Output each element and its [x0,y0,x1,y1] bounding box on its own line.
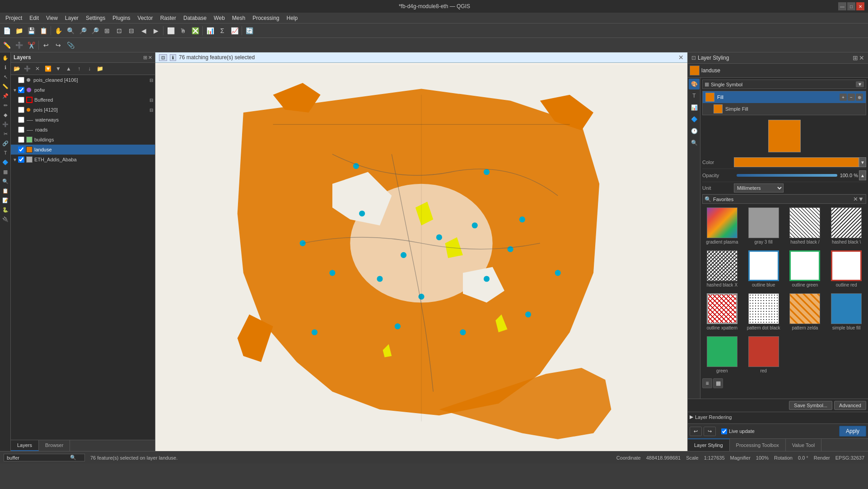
tb-zoom-selection[interactable]: ⊟ [126,25,137,37]
layer-item-pofw[interactable]: ▼ pofw [11,85,155,95]
sym-cell-outline-red[interactable]: outline red [826,249,866,290]
tb-zoom-layer[interactable]: ⊡ [113,25,125,37]
tb-refresh[interactable]: 🔄 [243,25,255,37]
tool-add[interactable]: ➕ [1,120,10,129]
tool-raster[interactable]: ▦ [1,167,10,176]
redo-style-btn[interactable]: ↪ [704,427,716,436]
tool-geom[interactable]: 🔷 [1,158,10,167]
layer-visibility-waterways[interactable] [18,117,24,123]
sym-row-simple-fill[interactable]: Simple Fill [703,103,866,115]
tool-pan[interactable]: ✋ [1,53,10,62]
layer-styling-close[interactable]: ✕ [859,54,864,61]
tb-save[interactable]: 💾 [25,25,37,37]
menu-database[interactable]: Database [180,14,210,22]
sym-cell-gradient-plasma[interactable]: gradient plasma [702,206,742,247]
tb-paste[interactable]: 📎 [65,39,76,51]
tb-undo[interactable]: ↩ [40,39,52,51]
status-search-input[interactable] [7,455,70,461]
lt-add-layer[interactable]: ➕ [22,64,32,74]
sym-cell-pattern-zelda[interactable]: pattern zelda [785,292,825,333]
layer-rendering-header[interactable]: ▶ Layer Rendering [690,414,866,420]
menu-help[interactable]: Help [283,14,302,22]
menu-web[interactable]: Web [210,14,228,22]
tb-edit-toggle[interactable]: ✏️ [1,39,13,51]
si-history[interactable]: 🕐 [689,126,700,136]
menu-plugins[interactable]: Plugins [109,14,134,22]
tool-del[interactable]: ✂ [1,129,10,138]
map-info-btn[interactable]: ℹ [170,54,176,61]
favorites-clear-btn[interactable]: ✕ [853,196,858,202]
lt-move-down[interactable]: ↓ [84,64,94,74]
tb-digitize[interactable]: ➕ [13,39,25,51]
opacity-spinbox-up[interactable]: ▲ [859,170,866,180]
menu-vector[interactable]: Vector [134,14,157,22]
layer-options-pois-cleaned[interactable]: ⊟ [149,78,153,83]
sym-cell-simple-blue[interactable]: simple blue fill [826,292,866,333]
menu-edit[interactable]: Edit [26,14,42,22]
si-3d[interactable]: 🔷 [689,114,700,125]
tb-zoom-in[interactable]: 🔎 [77,25,89,37]
lt-remove-layer[interactable]: ✕ [33,64,42,74]
tb-statistics[interactable]: 📈 [229,25,240,37]
menu-project[interactable]: Project [2,14,26,22]
si-diagram[interactable]: 📊 [689,102,700,113]
lt-move-up[interactable]: ↑ [74,64,84,74]
apply-button[interactable]: Apply [839,426,866,437]
tool-select[interactable]: ↖ [1,72,10,81]
sym-cell-hashed-fwd[interactable]: hashed black / [785,206,825,247]
tab-layer-styling[interactable]: Layer Styling [688,438,730,451]
sym-remove-btn[interactable]: − [848,94,855,101]
layers-panel-undock[interactable]: ⊞ [143,55,147,61]
layers-tab-layers[interactable]: Layers [11,440,39,451]
favorites-search-input[interactable] [713,197,853,202]
map-canvas[interactable] [155,65,687,451]
tb-pan[interactable]: ✋ [52,25,64,37]
close-button[interactable]: ✕ [856,2,864,10]
layer-visibility-buildings[interactable] [18,136,24,143]
layer-item-pois-cleaned[interactable]: pois_cleaned [4106] ⊟ [11,75,155,85]
layer-visibility-pois-cleaned[interactable] [18,77,24,83]
tool-label[interactable]: T [1,148,10,157]
sym-cell-hashed-x[interactable]: hashed black X [702,249,742,290]
sym-cell-outline-green[interactable]: outline green [785,249,825,290]
tool-python[interactable]: 🐍 [1,205,10,214]
tool-form[interactable]: 📝 [1,196,10,205]
sym-row-fill[interactable]: Fill + − ⊕ [703,91,866,103]
menu-processing[interactable]: Processing [249,14,283,22]
sym-cell-red[interactable]: red [744,334,784,376]
favorites-dropdown-btn[interactable]: ▼ [858,196,864,202]
undo-style-btn[interactable]: ↩ [690,427,702,436]
layer-item-buffered[interactable]: Buffered ⊟ [11,95,155,105]
sym-cell-green[interactable]: green [702,334,742,376]
si-label[interactable]: T [689,90,700,101]
layer-item-eth[interactable]: ▼ ETH_Addis_Ababa [11,155,155,165]
tb-open[interactable]: 📁 [13,25,25,37]
tb-deselect[interactable]: ❎ [189,25,201,37]
sym-cell-outline-blue[interactable]: outline blue [744,249,784,290]
tb-zoom-fwd[interactable]: ▶ [150,25,162,37]
tb-edit2[interactable]: ✂️ [25,39,37,51]
menu-raster[interactable]: Raster [157,14,180,22]
layer-options-buffered[interactable]: ⊟ [149,98,153,103]
menu-mesh[interactable]: Mesh [229,14,249,22]
tb-zoom-back[interactable]: ◀ [138,25,149,37]
tb-identify[interactable]: 🔍 [65,25,76,37]
tb-save-as[interactable]: 📋 [37,25,49,37]
tb-zoom-full[interactable]: ⊞ [101,25,113,37]
lt-open-layer[interactable]: 📂 [12,64,22,74]
tb-zoom-out[interactable]: 🔎 [89,25,101,37]
unit-select[interactable]: Millimeters [734,183,784,193]
si-brush[interactable]: 🎨 [689,79,700,89]
opacity-slider[interactable] [737,174,837,177]
tb-select[interactable]: ⬜ [165,25,177,37]
si-search[interactable]: 🔍 [689,137,700,148]
map-toggle-btn[interactable]: ⊡ [159,54,167,61]
layer-visibility-buffered[interactable] [18,97,24,103]
tool-id[interactable]: ℹ [1,63,10,72]
layer-visibility-pofw[interactable] [18,87,24,93]
tool-edit[interactable]: ✏ [1,101,10,110]
tool-snap[interactable]: 🔗 [1,139,10,148]
layer-visibility-eth[interactable] [18,156,24,163]
tab-value-tool[interactable]: Value Tool [786,438,821,451]
tb-field-calc[interactable]: Σ [216,25,228,37]
